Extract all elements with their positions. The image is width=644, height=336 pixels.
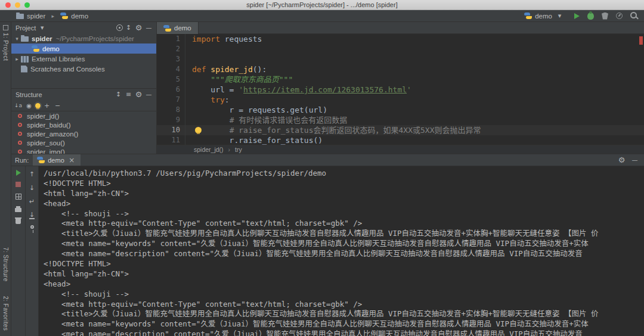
tool-window-button-structure[interactable]: 7: Structure: [2, 244, 9, 285]
console-line: <html lang="zh-CN">: [44, 269, 644, 279]
structure-item-spider-amazon[interactable]: spider_amazon(): [11, 129, 156, 138]
project-tree-item-demo[interactable]: demo: [11, 43, 156, 54]
code-text: try:: [185, 95, 644, 105]
run-config-selector[interactable]: demo: [524, 11, 564, 20]
run-button[interactable]: [574, 13, 580, 19]
error-stripe-marker[interactable]: [639, 36, 643, 45]
code-line-5: 5 """爬取京东商品页""": [157, 74, 644, 85]
console-line: <head>: [44, 279, 644, 290]
bulb-icon[interactable]: [35, 103, 41, 108]
debug-button[interactable]: [587, 13, 594, 20]
scroll-to-end-icon[interactable]: [27, 211, 36, 220]
python-file-icon: [60, 12, 68, 20]
close-window-button[interactable]: [5, 2, 11, 8]
zoom-window-button[interactable]: [24, 2, 30, 8]
sort-alpha-icon[interactable]: [14, 101, 23, 110]
breadcrumb-function[interactable]: spider_jd(): [194, 146, 224, 153]
structure-panel-title: Structure: [16, 91, 42, 98]
line-number: 7: [157, 95, 185, 105]
hide-panel-icon[interactable]: [144, 90, 153, 99]
console-output[interactable]: /usr/local/bin/python3.7 /Users/pig/Pych…: [39, 166, 644, 336]
tree-item-label: External Libraries: [32, 55, 85, 63]
structure-item-spider-baidu[interactable]: spider_baidu(): [11, 120, 156, 129]
profiler-button[interactable]: [616, 13, 623, 19]
navigation-bar: spider demo: [14, 11, 90, 20]
gear-icon[interactable]: [617, 155, 626, 164]
code-text: [185, 54, 644, 64]
function-icon: [18, 132, 22, 136]
down-stack-icon[interactable]: [27, 183, 36, 192]
breadcrumb-file[interactable]: demo: [58, 12, 90, 20]
breadcrumb-project[interactable]: spider: [14, 13, 47, 20]
line-number: 6: [157, 85, 185, 95]
stripe-label: 7: Structure: [2, 247, 9, 282]
code-line-4: 4def spider_jd():: [157, 64, 644, 74]
intention-bulb-icon[interactable]: [195, 127, 202, 133]
tool-window-button-favorites[interactable]: 2: Favorites: [2, 293, 9, 334]
editor-tab-label: demo: [174, 24, 191, 32]
project-panel: Project ▾spider~/PycharmProjects/spiderd…: [11, 22, 156, 88]
restore-layout-icon[interactable]: [16, 194, 21, 200]
locate-file-icon[interactable]: [116, 24, 123, 31]
function-icon: [18, 114, 22, 118]
gear-icon[interactable]: [134, 23, 143, 32]
tree-chevron-icon[interactable]: ▸: [13, 56, 21, 62]
chevron-down-icon[interactable]: [38, 23, 47, 32]
minimize-window-button[interactable]: [15, 2, 20, 8]
search-icon[interactable]: [630, 12, 638, 20]
structure-item-spider-jd[interactable]: spider_jd(): [11, 111, 156, 120]
stop-button[interactable]: [16, 182, 21, 187]
tool-window-button-project[interactable]: 1: Project: [0, 22, 11, 64]
folder-icon: [16, 14, 24, 19]
hide-panel-icon[interactable]: [630, 155, 639, 164]
tree-item-label: demo: [42, 45, 60, 52]
up-stack-icon[interactable]: [27, 170, 36, 179]
chevron-right-icon: [48, 11, 57, 20]
run-toolbar: demo: [524, 11, 638, 20]
line-number: 5: [157, 74, 185, 85]
hide-panel-icon[interactable]: [144, 23, 153, 32]
console-line: <html lang="zh-CN">: [44, 189, 644, 199]
console-line: <meta name="keywords" content="久爱（Jiuai）…: [44, 319, 644, 329]
function-icon: [18, 150, 22, 154]
expand-icon[interactable]: [42, 101, 51, 110]
code-line-9: 9 # 有时候请求错误也会有返回数据: [157, 115, 644, 125]
breadcrumb-label: spider: [27, 13, 45, 20]
visibility-icon[interactable]: [24, 101, 33, 110]
code-line-8: 8 r = requests.get(url): [157, 105, 644, 115]
console-line: <meta http-equiv="Content-Type" content=…: [44, 219, 644, 229]
structure-item-spider-sou[interactable]: spider_sou(): [11, 138, 156, 147]
coverage-button[interactable]: [602, 13, 608, 20]
print-icon[interactable]: [15, 208, 21, 212]
editor-content[interactable]: 1import requests234def spider_jd():5 """…: [157, 34, 644, 145]
titlebar: spider [~/PycharmProjects/spider] - .../…: [0, 0, 644, 10]
scratch-icon: [21, 66, 27, 73]
run-panel: Run: demo: [11, 154, 644, 336]
editor-tab-demo[interactable]: demo: [157, 22, 199, 34]
sidebar: Project ▾spider~/PycharmProjects/spiderd…: [11, 22, 156, 154]
project-tree-item-scratches-and-consoles[interactable]: Scratches and Consoles: [11, 64, 156, 74]
project-tree-item-spider[interactable]: ▾spider~/PycharmProjects/spider: [11, 33, 156, 43]
collapse-all-icon[interactable]: [124, 23, 133, 32]
soft-wrap-icon[interactable]: [27, 197, 36, 206]
console-line: /usr/local/bin/python3.7 /Users/pig/Pych…: [44, 169, 644, 179]
run-tab-demo[interactable]: demo: [33, 154, 80, 166]
filter-icon[interactable]: [124, 90, 133, 99]
console-line: <meta name="description" content="久爱（Jiu…: [44, 329, 644, 336]
structure-item-spider-img[interactable]: spider_img(): [11, 147, 156, 154]
breadcrumb-block[interactable]: try: [235, 146, 242, 153]
rerun-button[interactable]: [16, 170, 21, 176]
gear-icon[interactable]: [134, 90, 143, 99]
code-text: def spider_jd():: [185, 64, 644, 74]
run-config-label: demo: [535, 13, 552, 20]
close-icon[interactable]: [67, 155, 76, 164]
structure-item-label: spider_baidu(): [27, 122, 71, 129]
console-line: <head>: [44, 199, 644, 209]
pin-icon[interactable]: [30, 225, 34, 229]
tree-chevron-icon[interactable]: ▾: [13, 36, 21, 42]
collapse-icon[interactable]: [53, 101, 62, 110]
project-tree-item-external-libraries[interactable]: ▸External Libraries: [11, 54, 156, 64]
expand-all-icon[interactable]: [114, 90, 123, 99]
window-title: spider [~/PycharmProjects/spider] - .../…: [0, 0, 644, 10]
clear-console-icon[interactable]: [16, 219, 21, 224]
